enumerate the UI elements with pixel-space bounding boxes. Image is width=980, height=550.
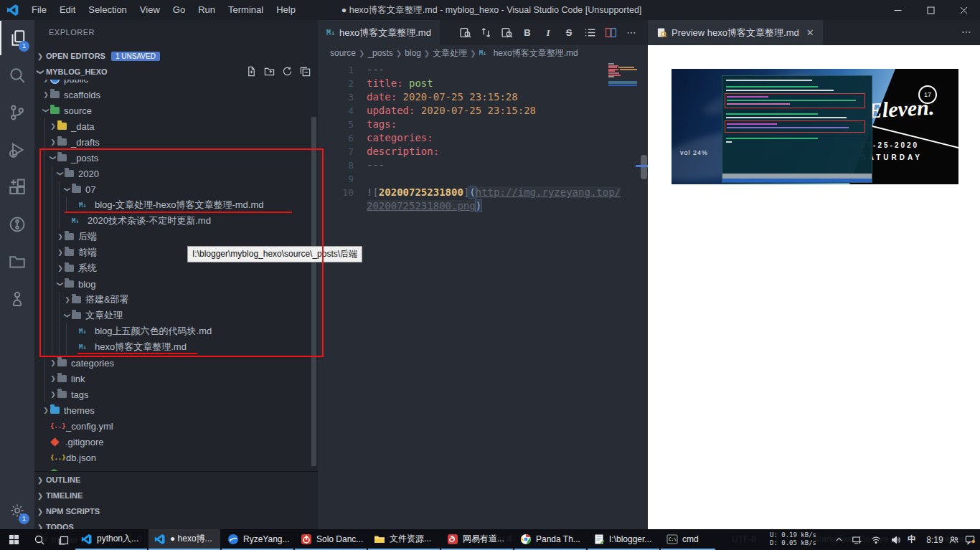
line-text: description: <box>367 145 439 158</box>
close-tab-icon[interactable]: ✕ <box>806 27 814 38</box>
activity-search[interactable] <box>0 58 34 93</box>
activity-todo-tree[interactable] <box>0 282 34 316</box>
open-preview-icon[interactable] <box>457 24 473 42</box>
taskbar-app-netease-music[interactable]: Solo Danc... <box>295 529 367 550</box>
tree-item[interactable]: .gitignore <box>34 434 318 450</box>
activity-settings[interactable]: 1 <box>0 493 34 528</box>
tab-preview[interactable]: Preview hexo博客文章整理.md ✕ <box>648 20 823 45</box>
strikethrough-icon[interactable]: S <box>561 24 577 42</box>
new-folder-icon[interactable] <box>264 66 275 78</box>
taskbar-app-file-explorer[interactable]: 文件资源... <box>368 529 440 550</box>
italic-icon[interactable]: I <box>540 24 556 42</box>
vscode-icon <box>81 534 93 545</box>
tree-item[interactable]: ❯source <box>34 103 318 118</box>
people-icon[interactable] <box>946 529 961 550</box>
yellow-folder-icon <box>57 123 67 130</box>
menu-terminal[interactable]: Terminal <box>222 0 270 20</box>
taskbar-app-chrome[interactable]: Panda Th... <box>514 529 586 550</box>
breadcrumb-item[interactable]: _posts <box>367 48 392 58</box>
breadcrumb-item[interactable]: 文章处理 <box>433 47 467 60</box>
minimize-icon[interactable] <box>881 0 914 20</box>
breadcrumb-item[interactable]: blog <box>405 48 421 58</box>
tree-item[interactable]: ❯categories <box>34 355 318 371</box>
tree-item[interactable]: {..}db.json <box>34 450 318 465</box>
menu-selection[interactable]: Selection <box>82 0 133 20</box>
menu-go[interactable]: Go <box>166 0 192 20</box>
code-editor[interactable]: 1---2title: post3date: 2020-07-25 23:15:… <box>318 61 633 527</box>
taskbar-app-browser-blue[interactable]: RyzeYang... <box>222 529 293 550</box>
tree-item[interactable]: ❯_data <box>34 118 318 134</box>
menu-view[interactable]: View <box>133 0 166 20</box>
maximize-icon[interactable] <box>914 0 947 20</box>
activity-project-manager[interactable] <box>0 245 34 279</box>
clock[interactable]: 8:19 <box>921 529 948 550</box>
yaml-file-icon: {..} <box>50 422 62 430</box>
panel-label: OUTLINE <box>46 475 80 484</box>
tree-item-label: categories <box>71 358 114 369</box>
gitignore-icon <box>50 437 60 447</box>
menu-run[interactable]: Run <box>192 0 222 20</box>
tree-item[interactable]: {..}_config.yml <box>34 418 318 434</box>
minimap[interactable] <box>608 63 639 142</box>
title-bar: FileEditSelectionViewGoRunTerminalHelp ●… <box>0 0 980 20</box>
breadcrumb-item[interactable]: source <box>330 48 356 58</box>
ime-indicator[interactable]: 中 <box>903 529 921 550</box>
collapse-all-icon[interactable] <box>300 66 311 78</box>
activity-files[interactable]: 1 <box>0 21 34 55</box>
start-button[interactable] <box>3 529 24 550</box>
line-text: ![20200725231800](http://img.ryzeyang.to… <box>367 186 621 199</box>
refresh-icon[interactable] <box>282 66 293 78</box>
breadcrumb[interactable]: source❯_posts❯blog❯文章处理❯M↓hexo博客文章整理.md <box>330 45 578 61</box>
panel-outline[interactable]: ❯OUTLINE <box>34 472 318 488</box>
tray-device-icon[interactable] <box>848 529 865 550</box>
taskbar-search-button[interactable] <box>29 529 50 550</box>
activity-gitlens[interactable] <box>0 207 34 242</box>
taskbar-app-vscode[interactable]: python入... <box>75 529 147 550</box>
list-icon[interactable] <box>582 24 598 42</box>
chevron-down-icon: ❯ <box>42 106 50 115</box>
tree-item[interactable]: ❯scaffolds <box>34 87 318 103</box>
tree-item[interactable]: ❯link <box>34 371 318 387</box>
notification-center-icon[interactable] <box>961 529 979 550</box>
tree-item[interactable]: ❯tags <box>34 387 318 402</box>
json-file-icon: {..} <box>50 454 62 461</box>
menu-file[interactable]: File <box>25 0 53 20</box>
menu-edit[interactable]: Edit <box>53 0 82 20</box>
line-text: --- <box>367 63 385 77</box>
volume-icon[interactable] <box>887 529 904 550</box>
split-editor-icon[interactable] <box>603 24 618 42</box>
chevron-right-icon: ❯ <box>42 407 50 414</box>
chevron-right-icon: ❯ <box>49 375 57 382</box>
new-file-icon[interactable] <box>246 66 257 78</box>
tree-item[interactable]: ❯themes <box>34 402 318 418</box>
taskbar-app-notepad[interactable]: I:\blogger... <box>588 529 659 550</box>
wifi-icon[interactable] <box>867 529 885 550</box>
open-preview-side-icon[interactable] <box>499 24 514 42</box>
bold-icon[interactable]: B <box>519 24 535 42</box>
tree-item[interactable]: ❯_drafts <box>34 134 318 150</box>
tab-hexo-md[interactable]: M↓ hexo博客文章整理.md <box>318 20 440 45</box>
taskbar-app-vscode[interactable]: ● hexo博... <box>149 529 220 550</box>
breadcrumb-file[interactable]: hexo博客文章整理.md <box>494 47 578 60</box>
task-view-button[interactable] <box>53 529 75 550</box>
project-manager-icon <box>9 253 26 270</box>
taskbar-app-cmd[interactable]: C:\cmd <box>661 529 715 550</box>
panel-todos[interactable]: ❯TODOS <box>34 519 318 529</box>
menu-bar: FileEditSelectionViewGoRunTerminalHelp <box>25 0 302 20</box>
compare-changes-icon[interactable] <box>478 24 494 42</box>
scrollbar-handle[interactable] <box>641 155 647 179</box>
more-actions-icon[interactable]: ⋯ <box>961 26 971 37</box>
panel-npm-scripts[interactable]: ❯NPM SCRIPTS <box>34 503 318 519</box>
open-editors-header[interactable]: ❯ OPEN EDITORS 1 UNSAVED <box>34 48 318 64</box>
activity-extensions[interactable] <box>0 170 34 204</box>
tree-item-label: _config.yml <box>66 421 113 432</box>
panel-timeline[interactable]: ❯TIMELINE <box>34 488 318 503</box>
tray-expand-chevron-icon[interactable] <box>831 529 847 550</box>
activity-run-debug[interactable] <box>0 133 34 167</box>
activity-source-control[interactable] <box>0 95 34 130</box>
project-section-header[interactable]: ❯ MYBLOG_HEXO <box>34 64 318 80</box>
close-icon[interactable] <box>947 0 980 20</box>
chevron-right-icon: ❯ <box>34 476 46 484</box>
more-actions-icon[interactable]: ⋯ <box>623 24 639 42</box>
taskbar-app-youdao-dict[interactable]: 网易有道... <box>441 529 513 550</box>
